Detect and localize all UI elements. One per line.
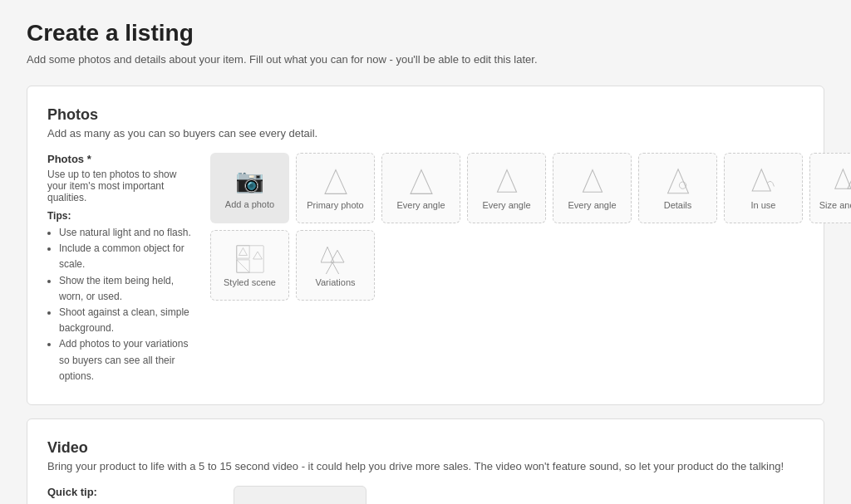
tips-list: Use natural light and no flash. Include … xyxy=(47,225,197,384)
photo-slot-angle-3[interactable]: Every angle xyxy=(553,153,632,223)
triangle-icon xyxy=(492,167,522,197)
photos-section-subtitle: Add as many as you can so buyers can see… xyxy=(47,127,804,139)
photo-slot-angle-2[interactable]: Every angle xyxy=(467,153,546,223)
slot-label-styled-scene: Styled scene xyxy=(224,277,276,287)
svg-marker-4 xyxy=(583,169,602,192)
slot-label-size-scale: Size and scale xyxy=(819,200,851,210)
slot-label-angle-1: Every angle xyxy=(396,200,445,210)
svg-marker-1 xyxy=(411,169,432,193)
page-title: Create a listing xyxy=(27,20,824,46)
svg-marker-12 xyxy=(239,247,247,255)
photos-label: Photos * xyxy=(47,153,197,165)
details-icon xyxy=(663,167,693,197)
add-photo-label: Add a photo xyxy=(225,199,274,209)
svg-marker-3 xyxy=(497,169,516,192)
photo-slot-styled-scene[interactable]: Styled scene xyxy=(210,230,289,301)
video-section-subtitle: Bring your product to life with a 5 to 1… xyxy=(47,460,804,472)
slot-label-angle-3: Every angle xyxy=(568,200,616,210)
photo-slot-size-scale[interactable]: Size and scale xyxy=(809,153,851,223)
styled-scene-icon xyxy=(235,244,265,274)
photos-info: Photos * Use up to ten photos to show yo… xyxy=(47,153,197,384)
video-info: Quick tip: Film wearable items on a mode… xyxy=(47,486,214,504)
svg-marker-7 xyxy=(752,169,770,190)
tip-item: Include a common object for scale. xyxy=(59,241,197,272)
photo-slot-in-use[interactable]: In use xyxy=(724,153,803,223)
photos-card: Photos Add as many as you can so buyers … xyxy=(27,86,824,405)
svg-line-15 xyxy=(236,259,248,272)
photo-slot-details[interactable]: Details xyxy=(638,153,717,223)
size-scale-icon xyxy=(834,167,852,197)
photos-row-1: 📷 Add a photo Primary photo xyxy=(210,153,851,223)
in-use-icon xyxy=(749,167,779,197)
photo-slot-angle-1[interactable]: Every angle xyxy=(381,153,460,223)
slot-label-details: Details xyxy=(664,200,692,210)
camera-icon: 📷 xyxy=(235,167,264,194)
slot-label-variations: Variations xyxy=(315,277,355,287)
tips-label: Tips: xyxy=(47,210,197,222)
page-subtitle: Add some photos and details about your i… xyxy=(27,53,824,66)
cone-icon xyxy=(406,167,436,197)
add-photo-button[interactable]: 📷 Add a photo xyxy=(210,153,289,223)
variations-icon xyxy=(321,244,351,274)
svg-marker-0 xyxy=(325,169,347,193)
video-layout: Quick tip: Film wearable items on a mode… xyxy=(47,486,804,504)
tip-item: Use natural light and no flash. xyxy=(59,225,197,241)
svg-marker-13 xyxy=(253,252,262,259)
photos-section-title: Photos xyxy=(47,106,804,124)
video-section-title: Video xyxy=(47,439,804,457)
photos-desc: Use up to ten photos to show your item's… xyxy=(47,169,197,203)
slot-label-primary: Primary photo xyxy=(307,200,363,210)
page-wrapper: Create a listing Add some photos and det… xyxy=(0,0,851,504)
svg-marker-5 xyxy=(667,169,688,193)
photos-grid: 📷 Add a photo Primary photo xyxy=(210,153,851,307)
photos-layout: Photos * Use up to ten photos to show yo… xyxy=(47,153,804,384)
tip-item: Shoot against a clean, simple background… xyxy=(59,305,197,336)
video-card: Video Bring your product to life with a … xyxy=(27,418,824,504)
triangle-outline-icon xyxy=(578,167,608,197)
tip-item: Add photos to your variations so buyers … xyxy=(59,336,197,384)
add-video-button[interactable]: Add a video xyxy=(234,486,366,504)
slot-label-in-use: In use xyxy=(751,200,776,210)
svg-marker-18 xyxy=(326,262,339,274)
photo-slot-variations[interactable]: Variations xyxy=(296,230,375,301)
video-tip-label: Quick tip: xyxy=(47,486,214,498)
photo-slot-primary[interactable]: Primary photo xyxy=(296,153,375,223)
svg-marker-17 xyxy=(331,250,344,262)
slot-label-angle-2: Every angle xyxy=(482,200,530,210)
tip-item: Show the item being held, worn, or used. xyxy=(59,273,197,305)
mountain-icon xyxy=(321,167,351,197)
photos-row-2: Styled scene Variations xyxy=(210,230,851,301)
